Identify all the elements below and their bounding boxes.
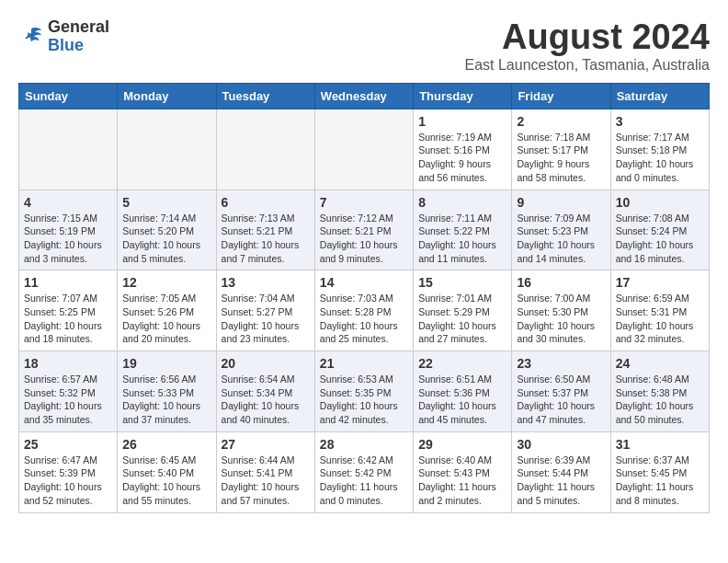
page-header: General Blue August 2024 East Launceston… (18, 18, 710, 74)
day-info: Sunrise: 7:12 AMSunset: 5:21 PMDaylight:… (320, 212, 408, 266)
day-number: 16 (517, 275, 605, 290)
day-info: Sunrise: 7:00 AMSunset: 5:30 PMDaylight:… (517, 292, 605, 346)
day-number: 19 (122, 356, 210, 371)
table-cell (118, 109, 216, 190)
table-cell: 6Sunrise: 7:13 AMSunset: 5:21 PMDaylight… (216, 190, 314, 270)
day-info: Sunrise: 7:19 AMSunset: 5:16 PMDaylight:… (418, 131, 506, 185)
table-cell: 1Sunrise: 7:19 AMSunset: 5:16 PMDaylight… (414, 109, 512, 190)
day-info: Sunrise: 7:11 AMSunset: 5:22 PMDaylight:… (418, 212, 506, 266)
day-info: Sunrise: 6:53 AMSunset: 5:35 PMDaylight:… (320, 373, 408, 427)
table-cell: 22Sunrise: 6:51 AMSunset: 5:36 PMDayligh… (414, 351, 512, 432)
table-cell: 31Sunrise: 6:37 AMSunset: 5:45 PMDayligh… (610, 431, 709, 512)
table-cell: 7Sunrise: 7:12 AMSunset: 5:21 PMDaylight… (314, 190, 413, 270)
day-number: 31 (616, 437, 704, 452)
day-info: Sunrise: 6:42 AMSunset: 5:42 PMDaylight:… (320, 454, 408, 508)
day-number: 26 (122, 437, 210, 452)
week-row-5: 25Sunrise: 6:47 AMSunset: 5:39 PMDayligh… (19, 431, 710, 512)
day-info: Sunrise: 6:39 AMSunset: 5:44 PMDaylight:… (517, 454, 605, 508)
table-cell: 14Sunrise: 7:03 AMSunset: 5:28 PMDayligh… (314, 270, 413, 351)
day-info: Sunrise: 7:15 AMSunset: 5:19 PMDaylight:… (24, 212, 112, 266)
day-number: 18 (24, 356, 112, 371)
day-info: Sunrise: 6:37 AMSunset: 5:45 PMDaylight:… (616, 454, 704, 508)
col-tuesday: Tuesday (216, 83, 314, 109)
week-row-4: 18Sunrise: 6:57 AMSunset: 5:32 PMDayligh… (19, 351, 710, 432)
header-row: Sunday Monday Tuesday Wednesday Thursday… (19, 83, 710, 109)
week-row-2: 4Sunrise: 7:15 AMSunset: 5:19 PMDaylight… (19, 190, 710, 270)
day-info: Sunrise: 7:13 AMSunset: 5:21 PMDaylight:… (222, 212, 310, 266)
table-cell: 21Sunrise: 6:53 AMSunset: 5:35 PMDayligh… (314, 351, 413, 432)
day-number: 27 (222, 437, 310, 452)
table-cell: 9Sunrise: 7:09 AMSunset: 5:23 PMDaylight… (512, 190, 610, 270)
col-wednesday: Wednesday (314, 83, 413, 109)
table-cell: 17Sunrise: 6:59 AMSunset: 5:31 PMDayligh… (610, 270, 709, 351)
title-block: August 2024 East Launceston, Tasmania, A… (464, 18, 710, 74)
logo-bird-icon (18, 24, 44, 50)
logo-general: General (48, 18, 109, 37)
day-info: Sunrise: 7:14 AMSunset: 5:20 PMDaylight:… (122, 212, 210, 266)
col-thursday: Thursday (414, 83, 512, 109)
table-cell: 26Sunrise: 6:45 AMSunset: 5:40 PMDayligh… (118, 431, 216, 512)
table-cell: 4Sunrise: 7:15 AMSunset: 5:19 PMDaylight… (19, 190, 118, 270)
calendar-title: August 2024 (464, 18, 710, 57)
day-info: Sunrise: 7:05 AMSunset: 5:26 PMDaylight:… (122, 292, 210, 346)
day-info: Sunrise: 7:04 AMSunset: 5:27 PMDaylight:… (222, 292, 310, 346)
col-sunday: Sunday (19, 83, 118, 109)
day-number: 30 (517, 437, 605, 452)
day-number: 24 (616, 356, 704, 371)
day-number: 2 (517, 114, 605, 129)
table-cell: 15Sunrise: 7:01 AMSunset: 5:29 PMDayligh… (414, 270, 512, 351)
calendar-subtitle: East Launceston, Tasmania, Australia (464, 57, 710, 74)
table-cell: 3Sunrise: 7:17 AMSunset: 5:18 PMDaylight… (610, 109, 709, 190)
day-info: Sunrise: 7:07 AMSunset: 5:25 PMDaylight:… (24, 292, 112, 346)
calendar-table: Sunday Monday Tuesday Wednesday Thursday… (18, 83, 710, 513)
day-info: Sunrise: 6:54 AMSunset: 5:34 PMDaylight:… (222, 373, 310, 427)
day-info: Sunrise: 7:09 AMSunset: 5:23 PMDaylight:… (517, 212, 605, 266)
col-saturday: Saturday (610, 83, 709, 109)
day-info: Sunrise: 6:59 AMSunset: 5:31 PMDaylight:… (616, 292, 704, 346)
day-info: Sunrise: 6:51 AMSunset: 5:36 PMDaylight:… (418, 373, 506, 427)
table-cell: 16Sunrise: 7:00 AMSunset: 5:30 PMDayligh… (512, 270, 610, 351)
table-cell: 10Sunrise: 7:08 AMSunset: 5:24 PMDayligh… (610, 190, 709, 270)
col-monday: Monday (118, 83, 216, 109)
day-number: 21 (320, 356, 408, 371)
day-number: 3 (616, 114, 704, 129)
logo-text: General Blue (48, 18, 109, 55)
logo-blue: Blue (48, 37, 109, 55)
day-number: 20 (222, 356, 310, 371)
table-cell (19, 109, 118, 190)
day-info: Sunrise: 7:08 AMSunset: 5:24 PMDaylight:… (616, 212, 704, 266)
table-cell: 12Sunrise: 7:05 AMSunset: 5:26 PMDayligh… (118, 270, 216, 351)
day-info: Sunrise: 6:45 AMSunset: 5:40 PMDaylight:… (122, 454, 210, 508)
day-info: Sunrise: 6:44 AMSunset: 5:41 PMDaylight:… (222, 454, 310, 508)
day-number: 4 (24, 195, 112, 210)
table-cell: 19Sunrise: 6:56 AMSunset: 5:33 PMDayligh… (118, 351, 216, 432)
calendar-body: 1Sunrise: 7:19 AMSunset: 5:16 PMDaylight… (19, 109, 710, 512)
table-cell: 28Sunrise: 6:42 AMSunset: 5:42 PMDayligh… (314, 431, 413, 512)
day-number: 9 (517, 195, 605, 210)
day-number: 23 (517, 356, 605, 371)
day-number: 5 (122, 195, 210, 210)
table-cell: 5Sunrise: 7:14 AMSunset: 5:20 PMDaylight… (118, 190, 216, 270)
day-info: Sunrise: 7:18 AMSunset: 5:17 PMDaylight:… (517, 131, 605, 185)
day-info: Sunrise: 7:03 AMSunset: 5:28 PMDaylight:… (320, 292, 408, 346)
day-number: 10 (616, 195, 704, 210)
day-number: 22 (418, 356, 506, 371)
day-info: Sunrise: 6:50 AMSunset: 5:37 PMDaylight:… (517, 373, 605, 427)
table-cell: 8Sunrise: 7:11 AMSunset: 5:22 PMDaylight… (414, 190, 512, 270)
day-number: 14 (320, 275, 408, 290)
day-number: 11 (24, 275, 112, 290)
day-info: Sunrise: 7:01 AMSunset: 5:29 PMDaylight:… (418, 292, 506, 346)
day-number: 28 (320, 437, 408, 452)
table-cell (216, 109, 314, 190)
day-number: 25 (24, 437, 112, 452)
table-cell: 18Sunrise: 6:57 AMSunset: 5:32 PMDayligh… (19, 351, 118, 432)
week-row-3: 11Sunrise: 7:07 AMSunset: 5:25 PMDayligh… (19, 270, 710, 351)
table-cell: 2Sunrise: 7:18 AMSunset: 5:17 PMDaylight… (512, 109, 610, 190)
table-cell: 11Sunrise: 7:07 AMSunset: 5:25 PMDayligh… (19, 270, 118, 351)
day-number: 1 (418, 114, 506, 129)
table-cell (314, 109, 413, 190)
table-cell: 13Sunrise: 7:04 AMSunset: 5:27 PMDayligh… (216, 270, 314, 351)
day-number: 13 (222, 275, 310, 290)
calendar-header: Sunday Monday Tuesday Wednesday Thursday… (19, 83, 710, 109)
day-number: 12 (122, 275, 210, 290)
